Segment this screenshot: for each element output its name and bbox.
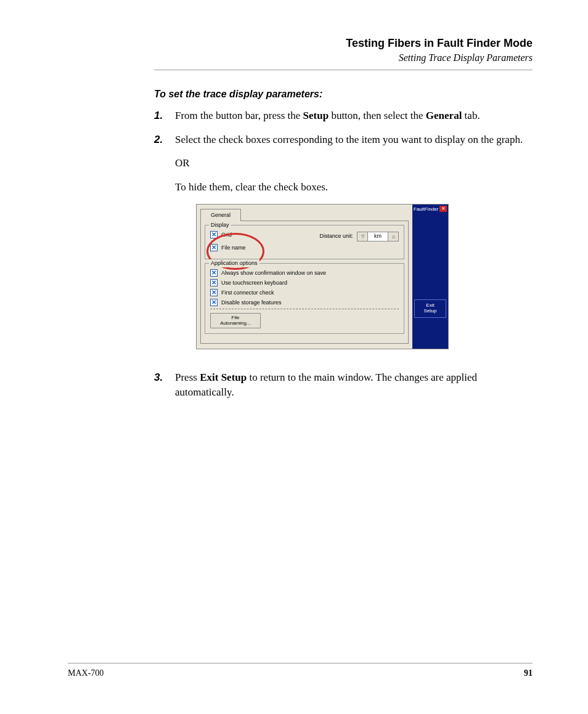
footer-model: MAX-700 [68, 668, 104, 678]
stepper-value: km [368, 232, 388, 241]
checkbox-label: Always show confirmation window on save [221, 269, 326, 277]
sidebar: FaultFinder ✕ Exit Setup [412, 205, 448, 349]
checkbox-label: Use touchscreen keyboard [221, 279, 287, 287]
checkbox-label: First connector check [221, 289, 274, 297]
tab-general[interactable]: General [200, 209, 241, 221]
footer-divider [68, 663, 533, 663]
stepper-up-icon[interactable]: △ [388, 232, 398, 241]
app-title: FaultFinder [414, 206, 438, 213]
checkbox-label: File name [221, 244, 246, 252]
text: tab. [462, 110, 480, 121]
text: Press [175, 371, 200, 383]
step-text: From the button bar, press the Setup but… [175, 108, 533, 124]
exit-setup-button[interactable]: Exit Setup [414, 299, 446, 318]
steps-list: 1. From the button bar, press the Setup … [154, 108, 533, 400]
text: From the button bar, press the [175, 110, 303, 121]
text: button, then select the [329, 110, 426, 121]
step-3: 3. Press Exit Setup to return to the mai… [154, 370, 533, 400]
tab-content: Display ✕ Grid ✕ [200, 221, 409, 344]
application-options-group: Application options ✕ Always show confir… [205, 263, 404, 335]
checkbox-filename[interactable]: ✕ [210, 244, 218, 251]
step-number: 3. [154, 370, 175, 400]
page-header-subtitle: Setting Trace Display Parameters [154, 52, 533, 63]
checkbox-first-connector[interactable]: ✕ [210, 289, 218, 296]
step-2: 2. Select the check boxes corresponding … [154, 132, 533, 362]
text: OR [175, 156, 533, 171]
button-label: Autonaming... [211, 321, 260, 327]
distance-unit-label: Distance unit: [319, 232, 353, 240]
checkbox-label: Grid [221, 231, 232, 239]
page-header-title: Testing Fibers in Fault Finder Mode [154, 37, 533, 50]
checkbox-disable-storage[interactable]: ✕ [210, 299, 218, 306]
step-1: 1. From the button bar, press the Setup … [154, 108, 533, 124]
instructions-heading: To set the trace display parameters: [154, 89, 533, 100]
bold-text: Setup [303, 110, 329, 121]
header-divider [154, 70, 533, 70]
step-number: 2. [154, 132, 175, 362]
bold-text: General [426, 110, 462, 121]
bold-text: Exit Setup [200, 371, 247, 383]
checkbox-grid[interactable]: ✕ [210, 231, 218, 238]
display-group: Display ✕ Grid ✕ [205, 225, 404, 259]
group-label: Display [209, 221, 231, 229]
page-footer: MAX-700 91 [68, 663, 533, 678]
text: Select the check boxes corresponding to … [175, 132, 533, 148]
embedded-screenshot: General Display ✕ Grid [196, 204, 449, 349]
file-autonaming-button[interactable]: File Autonaming... [210, 313, 261, 329]
checkbox-touch-keyboard[interactable]: ✕ [210, 279, 218, 286]
checkbox-label: Disable storage features [221, 299, 282, 307]
distance-unit-stepper[interactable]: ▽ km △ [357, 232, 399, 241]
close-icon[interactable]: ✕ [439, 206, 447, 212]
group-label: Application options [209, 259, 259, 267]
step-number: 1. [154, 108, 175, 124]
button-label: Setup [415, 309, 446, 314]
stepper-down-icon[interactable]: ▽ [357, 232, 368, 241]
step-text: Press Exit Setup to return to the main w… [175, 370, 533, 400]
checkbox-confirm-save[interactable]: ✕ [210, 269, 218, 277]
text: To hide them, clear the check boxes. [175, 180, 533, 195]
step-text: Select the check boxes corresponding to … [175, 132, 533, 362]
page-number: 91 [524, 668, 533, 678]
settings-panel: General Display ✕ Grid [197, 205, 412, 349]
